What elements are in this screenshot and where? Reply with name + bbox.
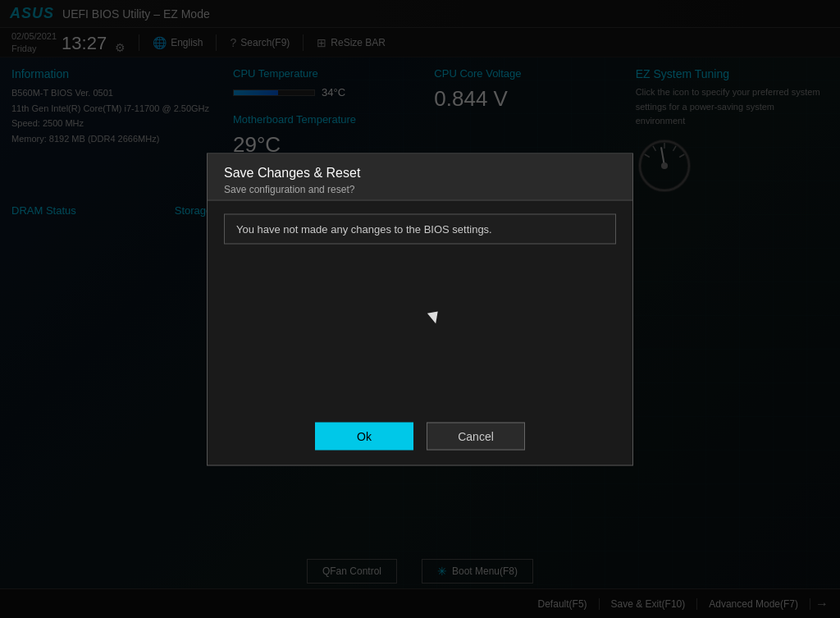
dialog-title-bar: Save Changes & Reset Save configuration … [208,153,632,200]
dialog-message: You have not made any changes to the BIO… [224,213,616,244]
ok-button[interactable]: Ok [315,422,413,450]
dialog-cursor-area [224,254,616,401]
dialog-subtitle: Save configuration and reset? [224,183,616,195]
dialog-footer: Ok Cancel [208,414,632,465]
cancel-button[interactable]: Cancel [427,422,525,450]
dialog-title: Save Changes & Reset [224,165,616,180]
mouse-cursor [427,312,439,325]
dialog-body: You have not made any changes to the BIO… [208,200,632,414]
save-changes-dialog: Save Changes & Reset Save configuration … [207,153,633,465]
